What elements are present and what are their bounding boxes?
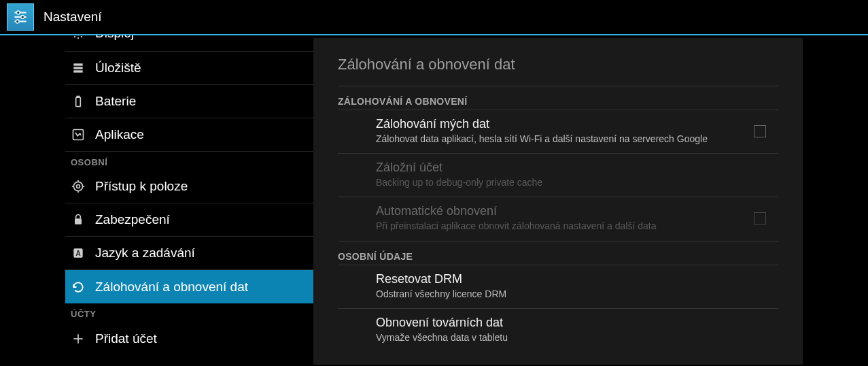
plus-icon (71, 331, 86, 346)
lock-icon (71, 212, 86, 227)
sidebar-item-language[interactable]: A Jazyk a zadávání (65, 237, 313, 270)
svg-rect-15 (73, 63, 82, 65)
sidebar-item-location[interactable]: Přístup k poloze (65, 170, 313, 203)
sidebar-item-label: Úložiště (95, 61, 141, 76)
display-icon (71, 35, 86, 41)
sidebar-item-label: Zabezpečení (95, 212, 170, 227)
pref-summary: Zálohovat data aplikací, hesla sítí Wi-F… (376, 133, 746, 145)
pref-summary: Při přeinstalaci aplikace obnovit záloho… (376, 220, 746, 232)
pref-summary: Backing up to debug-only private cache (376, 176, 770, 188)
storage-icon (71, 61, 86, 76)
svg-rect-19 (77, 97, 79, 98)
svg-line-13 (74, 36, 75, 37)
sidebar-item-label: Přidat účet (95, 331, 157, 346)
svg-point-4 (21, 16, 24, 19)
svg-point-21 (77, 185, 80, 188)
pref-reset-drm[interactable]: Resetovat DRM Odstraní všechny licence D… (338, 265, 778, 309)
pref-title: Zálohování mých dat (376, 117, 746, 131)
location-icon (71, 179, 86, 194)
sidebar-add-account[interactable]: Přidat účet (65, 322, 313, 355)
sidebar-item-label: Aplikace (95, 127, 144, 142)
svg-point-5 (16, 20, 19, 23)
svg-rect-17 (73, 70, 82, 72)
sidebar-item-label: Jazyk a zadávání (95, 246, 195, 261)
pref-backup-account: Záložní účet Backing up to debug-only pr… (338, 154, 778, 197)
pref-title: Záložní účet (376, 161, 770, 175)
checkbox-backup-my-data[interactable] (754, 125, 766, 137)
sidebar-item-battery[interactable]: Baterie (65, 85, 313, 118)
svg-rect-27 (75, 218, 82, 224)
settings-sidebar: Displej Úložiště Baterie Aplikace OSOBNÍ (0, 35, 313, 365)
svg-rect-18 (76, 97, 81, 106)
titlebar: Nastavení (0, 0, 868, 35)
language-icon: A (71, 246, 86, 261)
sidebar-item-label: Displej (95, 35, 134, 41)
restore-icon (71, 280, 86, 295)
sidebar-item-backup-reset[interactable]: Zálohování a obnovení dat (65, 270, 313, 303)
sidebar-header-accounts: ÚČTY (65, 303, 313, 322)
main-title: Zálohování a obnovení dat (338, 46, 778, 86)
pref-backup-my-data[interactable]: Zálohování mých dat Zálohovat data aplik… (338, 110, 778, 154)
sidebar-item-label: Přístup k poloze (95, 179, 188, 194)
svg-text:A: A (75, 250, 80, 257)
battery-icon (71, 94, 86, 109)
pref-title: Obnovení továrních dat (376, 316, 770, 330)
main-panel: Zálohování a obnovení dat ZÁLOHOVÁNÍ A O… (313, 38, 803, 365)
sidebar-item-security[interactable]: Zabezpečení (65, 203, 313, 237)
svg-rect-16 (73, 67, 82, 69)
checkbox-auto-restore (754, 212, 766, 224)
settings-app-icon (7, 3, 34, 31)
svg-line-12 (81, 36, 82, 37)
svg-point-22 (73, 182, 82, 190)
sidebar-item-storage[interactable]: Úložiště (65, 52, 313, 85)
titlebar-title: Nastavení (44, 10, 102, 24)
apps-icon (71, 127, 86, 142)
sidebar-item-label: Zálohování a obnovení dat (95, 280, 248, 295)
pref-title: Resetovat DRM (376, 272, 770, 286)
pref-summary: Vymaže všechna data v tabletu (376, 331, 770, 344)
pref-factory-reset[interactable]: Obnovení továrních dat Vymaže všechna da… (338, 309, 778, 352)
sidebar-item-apps[interactable]: Aplikace (65, 118, 313, 152)
svg-point-3 (16, 11, 20, 14)
section-header-backup-restore: ZÁLOHOVÁNÍ A OBNOVENÍ (338, 86, 778, 110)
sidebar-header-personal: OSOBNÍ (65, 152, 313, 170)
pref-summary: Odstraní všechny licence DRM (376, 288, 770, 300)
pref-auto-restore: Automatické obnovení Při přeinstalaci ap… (338, 197, 778, 241)
content-area: Displej Úložiště Baterie Aplikace OSOBNÍ (0, 35, 868, 365)
sidebar-item-label: Baterie (95, 94, 136, 109)
sidebar-item-display[interactable]: Displej (65, 35, 313, 52)
section-header-personal-data: OSOBNÍ ÚDAJE (338, 242, 778, 265)
pref-title: Automatické obnovení (376, 204, 746, 218)
